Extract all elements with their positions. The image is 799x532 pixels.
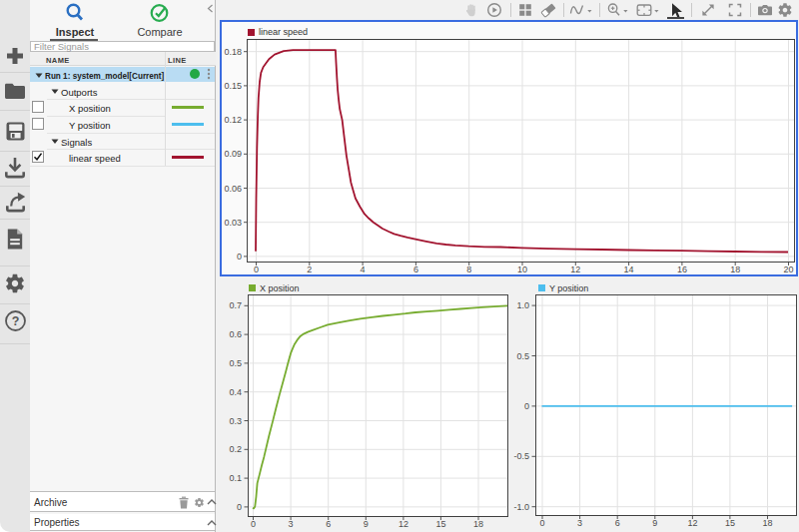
svg-text:Y position: Y position xyxy=(549,283,588,293)
svg-text:0: 0 xyxy=(254,265,259,274)
svg-text:0: 0 xyxy=(524,401,529,411)
svg-text:0.03: 0.03 xyxy=(224,218,242,228)
svg-text:0: 0 xyxy=(251,519,256,529)
svg-text:4: 4 xyxy=(361,265,366,274)
svg-text:18: 18 xyxy=(730,265,740,274)
svg-text:3: 3 xyxy=(289,519,294,529)
svg-text:0.18: 0.18 xyxy=(224,47,242,57)
svg-text:15: 15 xyxy=(725,518,735,528)
svg-text:0.09: 0.09 xyxy=(224,149,242,159)
svg-text:6: 6 xyxy=(326,519,331,529)
svg-text:0.12: 0.12 xyxy=(224,115,242,125)
svg-text:0: 0 xyxy=(237,502,242,512)
svg-text:12: 12 xyxy=(570,265,580,274)
svg-text:-1.0: -1.0 xyxy=(513,502,529,512)
svg-text:1.0: 1.0 xyxy=(516,300,529,310)
svg-text:?: ? xyxy=(11,314,19,328)
svg-text:2: 2 xyxy=(307,265,312,274)
svg-text:0.5: 0.5 xyxy=(516,351,529,361)
svg-text:10: 10 xyxy=(517,265,527,274)
svg-text:20: 20 xyxy=(783,265,793,274)
svg-text:6: 6 xyxy=(615,518,620,528)
svg-text:0.7: 0.7 xyxy=(229,300,242,310)
svg-text:0.6: 0.6 xyxy=(229,329,242,339)
svg-text:-0.5: -0.5 xyxy=(513,451,529,461)
svg-text:6: 6 xyxy=(413,265,418,274)
svg-text:3: 3 xyxy=(577,518,582,528)
svg-text:18: 18 xyxy=(473,519,483,529)
svg-text:0.15: 0.15 xyxy=(224,81,242,91)
svg-text:X position: X position xyxy=(260,283,300,293)
svg-text:0: 0 xyxy=(539,518,544,528)
svg-text:8: 8 xyxy=(466,265,471,274)
svg-text:12: 12 xyxy=(687,518,697,528)
svg-text:16: 16 xyxy=(677,265,687,274)
svg-text:15: 15 xyxy=(435,519,445,529)
svg-text:0: 0 xyxy=(237,252,242,262)
svg-text:0.3: 0.3 xyxy=(229,416,242,426)
svg-text:0.06: 0.06 xyxy=(224,184,242,194)
svg-text:14: 14 xyxy=(624,265,634,274)
svg-text:0.4: 0.4 xyxy=(229,387,242,397)
svg-text:9: 9 xyxy=(652,518,657,528)
svg-text:0.1: 0.1 xyxy=(229,473,242,483)
svg-text:9: 9 xyxy=(364,519,369,529)
svg-text:12: 12 xyxy=(399,519,408,529)
svg-text:18: 18 xyxy=(762,518,772,528)
svg-text:0.5: 0.5 xyxy=(229,358,242,368)
svg-text:0.2: 0.2 xyxy=(229,444,242,454)
